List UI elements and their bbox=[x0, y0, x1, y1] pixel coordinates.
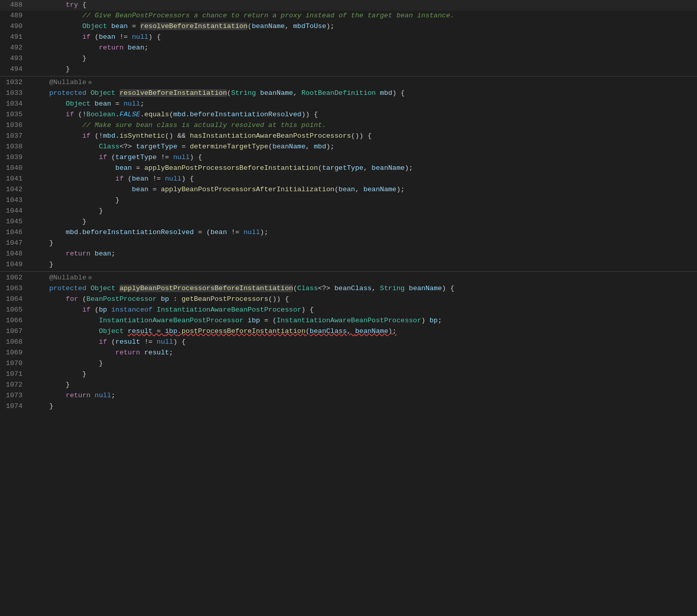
token-kw: null bbox=[165, 175, 181, 183]
token-punc: != bbox=[148, 175, 165, 183]
token-field: result bbox=[115, 338, 140, 346]
line-content: try { bbox=[31, 0, 697, 11]
token-punc: . bbox=[186, 111, 190, 118]
token-punc: } bbox=[82, 218, 86, 225]
token-field: bean bbox=[99, 33, 115, 41]
token-kw: protected bbox=[49, 89, 86, 97]
token-punc: ( bbox=[107, 338, 115, 346]
line-number: 1034 bbox=[0, 99, 31, 110]
token-punc: ; bbox=[111, 392, 115, 399]
line-number: 1073 bbox=[0, 391, 31, 401]
token-punc: ( bbox=[90, 33, 98, 41]
code-line: 1040 bean = applyBeanPostProcessorsBefor… bbox=[0, 163, 697, 174]
code-line: 490 Object bean = resolveBeforeInstantia… bbox=[0, 21, 697, 32]
line-number: 1032 bbox=[0, 78, 31, 88]
token-type: String bbox=[380, 285, 405, 292]
token-field: ibp bbox=[247, 317, 260, 324]
token-punc: != bbox=[227, 228, 243, 236]
line-content: } bbox=[31, 380, 697, 391]
token-type: InstantiationAwareBeanPostProcessor bbox=[157, 306, 302, 314]
line-content: protected Object applyBeanPostProcessors… bbox=[31, 284, 697, 294]
token-type: Object bbox=[82, 22, 107, 30]
token-field: bean bbox=[339, 186, 355, 193]
token-punc: , bbox=[363, 164, 371, 172]
token-kw-ctrl: if bbox=[82, 132, 90, 140]
token-punc: ( bbox=[227, 89, 231, 97]
token-punc: ; bbox=[438, 317, 442, 324]
token-method: equals bbox=[144, 111, 169, 118]
token-punc: ) { bbox=[182, 175, 194, 183]
line-number: 1062 bbox=[0, 273, 31, 284]
line-number: 1072 bbox=[0, 380, 31, 391]
token-punc: = ( bbox=[194, 228, 210, 236]
line-number: 494 bbox=[0, 64, 31, 75]
token-kw-ctrl: if bbox=[99, 153, 107, 161]
token-field: beforeInstantiationResolved bbox=[82, 228, 194, 236]
token-field: bean bbox=[95, 250, 111, 258]
token-punc bbox=[153, 306, 157, 314]
line-content: Object bean = resolveBeforeInstantiation… bbox=[31, 21, 697, 32]
line-content: // Give BeanPostProcessors a chance to r… bbox=[31, 11, 697, 21]
token-field: bean bbox=[95, 100, 111, 108]
token-punc bbox=[140, 349, 144, 356]
line-content: if (!mbd.isSynthetic() && hasInstantiati… bbox=[31, 131, 697, 142]
token-punc: = bbox=[111, 100, 123, 108]
line-number: 489 bbox=[0, 11, 31, 21]
line-content: } bbox=[31, 206, 697, 217]
token-punc: , bbox=[293, 89, 301, 97]
token-punc: { bbox=[78, 1, 86, 9]
line-number: 1046 bbox=[0, 227, 31, 238]
code-line: 1046 mbd.beforeInstantiationResolved = (… bbox=[0, 227, 697, 238]
line-content: return null; bbox=[31, 391, 697, 401]
token-field: targetType bbox=[136, 143, 178, 150]
token-kw: null bbox=[95, 392, 111, 399]
token-punc: ; bbox=[169, 349, 173, 356]
token-method: applyBeanPostProcessorsAfterInitializati… bbox=[161, 186, 334, 193]
token-field: bp bbox=[161, 295, 169, 303]
code-line: 1032 @Nullable⊖ bbox=[0, 78, 697, 88]
token-method: applyBeanPostProcessorsBeforeInstantiati… bbox=[144, 164, 318, 172]
line-number: 1045 bbox=[0, 217, 31, 227]
token-type: Class bbox=[297, 285, 318, 292]
token-kw-ctrl: if bbox=[115, 175, 123, 183]
line-number: 492 bbox=[0, 43, 31, 54]
line-content: for (BeanPostProcessor bp : getBeanPostP… bbox=[31, 294, 697, 305]
token-punc: ); bbox=[326, 22, 334, 30]
token-punc: } bbox=[82, 55, 86, 62]
token-kw-ctrl: try bbox=[66, 1, 78, 9]
token-method: getBeanPostProcessors bbox=[182, 295, 268, 303]
code-line: 1048 return bean; bbox=[0, 249, 697, 260]
line-content: bean = applyBeanPostProcessorsAfterIniti… bbox=[31, 185, 697, 195]
token-punc: . bbox=[178, 327, 182, 335]
line-content: // Make sure bean class is actually reso… bbox=[31, 120, 697, 131]
fold-icon[interactable]: ⊖ bbox=[88, 275, 92, 281]
token-field: mbd bbox=[66, 228, 78, 236]
token-kw-ctrl: if bbox=[82, 306, 90, 314]
code-line: 1062 @Nullable⊖ bbox=[0, 273, 697, 284]
line-content: if (bp instanceof InstantiationAwareBean… bbox=[31, 305, 697, 316]
token-punc: } bbox=[66, 381, 70, 389]
token-kw: protected bbox=[49, 285, 86, 292]
token-punc: = bbox=[132, 164, 144, 172]
fold-icon[interactable]: ⊖ bbox=[88, 80, 92, 86]
token-field: targetType bbox=[115, 153, 157, 161]
code-line: 1038 Class<?> targetType = determineTarg… bbox=[0, 142, 697, 152]
token-punc: } bbox=[49, 239, 53, 247]
line-number: 1047 bbox=[0, 238, 31, 249]
token-punc: () && bbox=[165, 132, 190, 140]
line-number: 1038 bbox=[0, 142, 31, 152]
line-content: } bbox=[31, 64, 697, 75]
token-punc bbox=[376, 89, 380, 97]
token-punc: } bbox=[99, 360, 103, 367]
line-number: 1074 bbox=[0, 401, 31, 412]
token-field: beanClass bbox=[310, 327, 347, 335]
line-number: 1041 bbox=[0, 174, 31, 185]
token-punc: . bbox=[115, 132, 119, 140]
token-field: bean bbox=[132, 175, 148, 183]
token-punc bbox=[115, 285, 119, 292]
code-line: 1035 if (!Boolean.FALSE.equals(mbd.befor… bbox=[0, 110, 697, 120]
line-number: 491 bbox=[0, 32, 31, 43]
code-line: 1033 protected Object resolveBeforeInsta… bbox=[0, 88, 697, 99]
token-punc: ()) { bbox=[351, 132, 372, 140]
token-kw-ctrl: if bbox=[82, 33, 90, 41]
